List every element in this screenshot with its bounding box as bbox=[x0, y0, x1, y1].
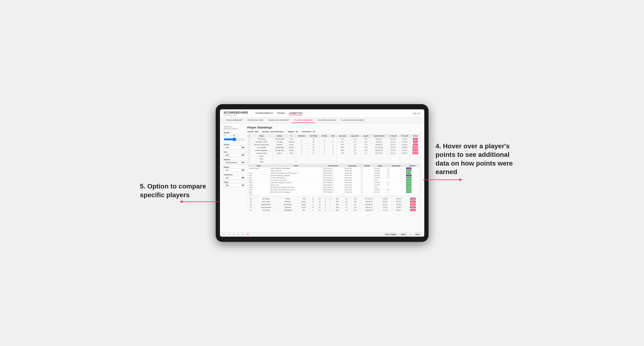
col-player: Player bbox=[251, 134, 272, 138]
player-row[interactable]: 5 Christo Lamprecht Georgia Tech Fourth … bbox=[248, 149, 420, 152]
filter-region: Region N/A bbox=[224, 166, 245, 172]
annotation-bottom-left: 5. Option to compare specific players bbox=[140, 182, 208, 199]
player-select[interactable]: (All) bbox=[224, 183, 245, 187]
event-table: Player Event Event Division Event Type R… bbox=[248, 164, 420, 195]
col-reg-rank: Reg Rank bbox=[296, 134, 308, 138]
filter-pill-gender: Gender: Men bbox=[248, 131, 259, 133]
conference-label: Conference bbox=[224, 174, 245, 175]
event-row: Tiger Invitational NCAA Division I Strok… bbox=[248, 170, 420, 172]
sidebar: Update time: 27/01/2024 16:56:26 No Rds.… bbox=[224, 126, 245, 230]
event-col-event: Event bbox=[270, 165, 322, 167]
event-col-player: Player bbox=[248, 165, 270, 167]
reset-btn[interactable]: ↺ bbox=[241, 233, 244, 236]
player-row[interactable]: 3 Michael Thorbjornsen Stanford Fourth 1… bbox=[248, 143, 420, 146]
filter-region-value: All bbox=[296, 131, 298, 133]
event-row: Phch Southern Highlands Collegiate NCAA … bbox=[248, 174, 420, 177]
subnav-player-h2h-heatmap[interactable]: PLAYER H2H HEATMAP bbox=[339, 118, 366, 123]
event-col-wpoints: W Points bbox=[405, 165, 420, 167]
outer-wrapper: 4. Hover over a player's points to see a… bbox=[216, 104, 428, 242]
filter-gender-value: Men bbox=[255, 131, 258, 133]
player-row[interactable]: 24 Bastien Amat New Mexico Fourth 1 27 2… bbox=[248, 203, 420, 206]
no-rds-min[interactable] bbox=[224, 134, 230, 137]
event-row: Luke l SEC Match Play hosted by Jerry Pa… bbox=[248, 186, 420, 188]
subnav-team-summary[interactable]: TEAM SUMMARY bbox=[224, 118, 245, 123]
subnav-team-h2h-grid[interactable]: TEAM H2H GRID bbox=[245, 118, 266, 123]
player-row[interactable]: 6 Jackson Kohout Auburn First 2 27 1 2 6… bbox=[248, 152, 420, 155]
col-no-rds: No Rds. bbox=[320, 134, 330, 138]
event-row: David Williams Cup NCAA Division I Strok… bbox=[248, 184, 420, 186]
filter-conference-value: All bbox=[313, 131, 315, 133]
player-row[interactable]: 23 Jack Lundin Missouri Fourth 11 24 0 1… bbox=[248, 200, 420, 203]
no-rds-range-row: - bbox=[224, 134, 245, 137]
col-avg-sg: Avg SG bbox=[361, 134, 370, 138]
player-row[interactable]: 22 Ian Gilligan Florida Third 10 24 1 0 … bbox=[248, 197, 420, 200]
player-row[interactable]: 25 Cole Sherwood Vanderbilt Fourth 12 23… bbox=[248, 206, 420, 209]
event-row: Tiger SEC Stroke Play hosted by Jerry Pa… bbox=[248, 188, 420, 191]
subnav-team-h2h-heatmap[interactable]: TEAM H2H HEATMAP bbox=[266, 118, 292, 123]
col-adj-score: Adj. Score bbox=[336, 134, 349, 138]
filter-year: Year (All) bbox=[224, 151, 245, 157]
event-row: Nare Amer An Intercollegiate NCAA Divisi… bbox=[248, 177, 420, 179]
division-label: Division bbox=[224, 159, 245, 160]
filters-row: Gender: Men Division: NCAA Division I Re… bbox=[248, 131, 420, 133]
logo-title: SCOREBOARD bbox=[224, 111, 248, 114]
col-conf-rank: Conf Rank bbox=[308, 134, 320, 138]
clock-btn[interactable]: ⏰ bbox=[246, 233, 250, 236]
subnav-player-h2h-grid[interactable]: PLAYER H2H GRID bbox=[316, 118, 339, 123]
footer-watch[interactable]: Watch bbox=[400, 233, 407, 236]
player-row[interactable]: 1 Wenyi Ding Arizona State First 1 15 1 … bbox=[248, 138, 420, 141]
col-vs25: Vs Top 25 bbox=[387, 134, 399, 138]
no-rds-max[interactable] bbox=[232, 134, 239, 137]
event-col-rounds: Rounds bbox=[361, 165, 374, 167]
footer-share[interactable]: Share bbox=[414, 233, 421, 236]
redo-btn[interactable]: ↪ bbox=[228, 233, 230, 236]
year-label: Year bbox=[224, 151, 245, 153]
event-row: Jake l The Cypress Point Classic NCAA Di… bbox=[248, 179, 420, 181]
conference-select[interactable]: (All) bbox=[224, 176, 245, 179]
svg-marker-1 bbox=[459, 178, 462, 181]
copy-btn[interactable]: ⎘ bbox=[237, 233, 239, 235]
player-row[interactable]: 9 Prest bbox=[248, 160, 420, 163]
filter-division-label: Division: bbox=[262, 131, 270, 133]
filter-division: Division NCAA Division I bbox=[224, 159, 245, 164]
annotation-top-right: 4. Hover over a player's points to see a… bbox=[436, 142, 516, 176]
undo-btn[interactable]: ↩ bbox=[223, 233, 226, 236]
svg-marker-3 bbox=[180, 200, 182, 203]
footer-download[interactable]: ⬇ bbox=[409, 233, 412, 236]
footer-view[interactable]: View: Original bbox=[384, 233, 398, 236]
event-row: Alex C Fallen Oak Collegiate Invitationa… bbox=[248, 181, 420, 184]
col-yr: Yr bbox=[287, 134, 296, 138]
col-school: School bbox=[272, 134, 287, 138]
filter-conference: Conference (All) bbox=[224, 174, 245, 179]
col-rank: # bbox=[248, 134, 251, 138]
navbar: SCOREBOARD Powered by clipd TOURNAMENTS … bbox=[220, 109, 424, 118]
tablet-screen: SCOREBOARD Powered by clipd TOURNAMENTS … bbox=[220, 109, 424, 237]
section-title: Player Standings bbox=[248, 126, 420, 129]
player-row[interactable]: 8 Mats bbox=[248, 158, 420, 160]
nav-link-tournaments[interactable]: TOURNAMENTS bbox=[255, 112, 273, 115]
player-row[interactable]: 2 Michael La Sasso Ole Miss Second 1 18 … bbox=[248, 141, 420, 143]
refresh-btn[interactable]: ⟳ bbox=[232, 233, 235, 236]
region-label: Region bbox=[224, 166, 245, 168]
footer-bar: ↩ ↪ ⟳ ⎘ ↺ ⏰ View: Original Watch ⬇ Share bbox=[220, 232, 424, 237]
logo-sub: Powered by clipd bbox=[224, 114, 248, 116]
filter-pill-region: Region: All bbox=[288, 131, 298, 133]
event-row: Brent Wake Forest Invitational at Pinehu… bbox=[248, 172, 420, 174]
col-to-par: Avg to-Par bbox=[349, 134, 361, 138]
player-row[interactable]: 4 Luke Clanton Florida State Second 5 27… bbox=[248, 146, 420, 149]
nav-link-teams[interactable]: TEAMS bbox=[277, 112, 285, 115]
no-rds-slider[interactable] bbox=[224, 138, 245, 141]
gender-select[interactable]: Men bbox=[224, 146, 245, 149]
event-row: Jackson Kohout UNCW Seahawk Intercollegi… bbox=[248, 167, 420, 170]
filter-region-label: Region: bbox=[288, 131, 295, 133]
region-select[interactable]: N/A bbox=[224, 169, 245, 172]
year-select[interactable]: (All) bbox=[224, 153, 245, 157]
player-row[interactable]: 26 Petr Hruby Washington Fifth 1 23 0 1 … bbox=[248, 209, 420, 212]
sign-out-link[interactable]: Sign out bbox=[412, 112, 420, 115]
nav-link-committee[interactable]: COMMITTEE bbox=[289, 112, 303, 115]
player-row[interactable]: 7 Niche bbox=[248, 155, 420, 158]
table-area: Player Standings Gender: Men Division: N… bbox=[248, 126, 420, 230]
subnav-player-summary[interactable]: PLAYER SUMMARY bbox=[292, 118, 316, 123]
division-select[interactable]: NCAA Division I bbox=[224, 161, 245, 164]
player-label: Player bbox=[224, 181, 245, 183]
